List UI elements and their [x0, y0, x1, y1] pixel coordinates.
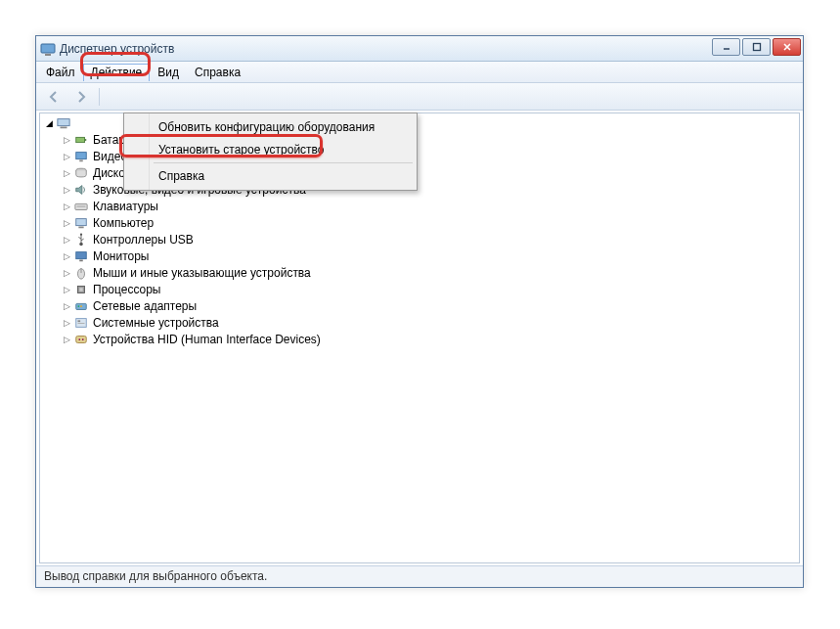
- toolbar-separator: [99, 88, 100, 106]
- svg-rect-13: [76, 219, 87, 226]
- svg-point-25: [80, 305, 82, 307]
- expand-icon[interactable]: ▷: [62, 199, 71, 214]
- cpu-icon: [73, 282, 89, 297]
- svg-rect-0: [41, 44, 55, 53]
- action-dropdown-menu: Обновить конфигурацию оборудования Устан…: [123, 112, 418, 191]
- tree-category-computer[interactable]: ▷Компьютер: [62, 215, 799, 231]
- minimize-button[interactable]: [712, 38, 740, 56]
- window-title: Диспетчер устройств: [60, 42, 174, 56]
- tree-item-label: Контроллеры USB: [93, 232, 194, 247]
- svg-rect-1: [45, 54, 51, 56]
- tree-item-label: Системные устройства: [93, 315, 219, 331]
- system-icon: [73, 315, 89, 331]
- collapse-icon[interactable]: ◢: [44, 115, 54, 131]
- disk-icon: [73, 165, 89, 181]
- svg-point-30: [78, 338, 80, 340]
- menu-action[interactable]: Действие: [83, 64, 151, 81]
- tree-category-usb[interactable]: ▷Контроллеры USB: [62, 232, 799, 247]
- toolbar: [36, 83, 803, 111]
- computer-icon: [73, 215, 89, 231]
- expand-icon[interactable]: ▷: [62, 132, 71, 148]
- sound-icon: [73, 182, 89, 198]
- svg-rect-14: [78, 227, 83, 229]
- status-text: Вывод справки для выбранного объекта.: [44, 569, 267, 583]
- status-bar: Вывод справки для выбранного объекта.: [36, 565, 803, 587]
- tree-item-label: Компьютер: [93, 215, 154, 231]
- hid-icon: [73, 332, 89, 347]
- tree-category-keyboard[interactable]: ▷Клавиатуры: [62, 199, 799, 214]
- expand-icon[interactable]: ▷: [62, 332, 71, 347]
- tree-item-label: Процессоры: [93, 282, 161, 297]
- svg-rect-3: [753, 44, 760, 51]
- display-icon: [73, 149, 89, 164]
- svg-rect-22: [79, 288, 83, 292]
- keyboard-icon: [73, 199, 89, 214]
- titlebar[interactable]: Диспетчер устройств: [36, 36, 803, 62]
- svg-rect-17: [76, 252, 87, 259]
- computer-icon: [56, 115, 71, 131]
- svg-rect-7: [85, 139, 87, 141]
- svg-point-16: [80, 234, 82, 236]
- expand-icon[interactable]: ▷: [62, 282, 71, 297]
- menu-view[interactable]: Вид: [150, 64, 187, 81]
- tree-category-network[interactable]: ▷Сетевые адаптеры: [62, 298, 799, 314]
- expand-icon[interactable]: ▷: [62, 248, 71, 264]
- svg-rect-28: [78, 323, 85, 324]
- menu-item-refresh-hardware[interactable]: Обновить конфигурацию оборудования: [127, 116, 414, 138]
- nav-forward-button[interactable]: [69, 86, 93, 108]
- window-controls: [712, 38, 801, 56]
- svg-rect-5: [61, 127, 67, 129]
- network-icon: [73, 298, 89, 314]
- expand-icon[interactable]: ▷: [62, 165, 71, 181]
- tree-item-label: Мыши и иные указывающие устройства: [93, 265, 311, 281]
- tree-item-label: Устройства HID (Human Interface Devices): [93, 332, 321, 347]
- tree-item-label: Клавиатуры: [93, 199, 158, 214]
- svg-rect-18: [79, 260, 83, 262]
- tree-category-system[interactable]: ▷Системные устройства: [62, 315, 799, 331]
- menu-item-install-legacy[interactable]: Установить старое устройство: [127, 139, 414, 160]
- tree-item-label: Мониторы: [93, 248, 149, 264]
- close-button[interactable]: [773, 38, 801, 56]
- app-icon: [40, 41, 56, 57]
- maximize-button[interactable]: [742, 38, 771, 56]
- expand-icon[interactable]: ▷: [62, 265, 71, 281]
- menubar: Файл Действие Вид Справка: [36, 62, 803, 83]
- usb-icon: [73, 232, 89, 247]
- mouse-icon: [73, 265, 89, 281]
- expand-icon[interactable]: ▷: [62, 315, 71, 331]
- tree-category-hid[interactable]: ▷Устройства HID (Human Interface Devices…: [62, 332, 799, 347]
- svg-rect-27: [78, 320, 81, 322]
- expand-icon[interactable]: ▷: [62, 215, 71, 231]
- battery-icon: [73, 132, 89, 148]
- svg-point-31: [82, 338, 84, 340]
- tree-item-label: Сетевые адаптеры: [93, 298, 197, 314]
- nav-back-button[interactable]: [42, 86, 66, 108]
- tree-category-cpu[interactable]: ▷Процессоры: [62, 282, 799, 297]
- menu-help[interactable]: Справка: [187, 64, 248, 81]
- expand-icon[interactable]: ▷: [62, 149, 71, 164]
- dropdown-separator: [154, 162, 413, 163]
- monitor-icon: [73, 248, 89, 264]
- device-manager-window: Диспетчер устройств Файл Действие Вид Сп…: [35, 35, 804, 588]
- menu-item-help[interactable]: Справка: [127, 165, 414, 187]
- svg-rect-6: [76, 137, 85, 142]
- tree-category-mouse[interactable]: ▷Мыши и иные указывающие устройства: [62, 265, 799, 281]
- expand-icon[interactable]: ▷: [62, 182, 71, 198]
- expand-icon[interactable]: ▷: [62, 298, 71, 314]
- svg-rect-29: [76, 337, 87, 343]
- tree-category-monitor[interactable]: ▷Мониторы: [62, 248, 799, 264]
- expand-icon[interactable]: ▷: [62, 232, 71, 247]
- menu-file[interactable]: Файл: [38, 64, 83, 81]
- svg-rect-4: [58, 119, 69, 126]
- svg-rect-9: [79, 160, 83, 162]
- svg-rect-8: [76, 153, 87, 159]
- svg-point-24: [78, 305, 80, 307]
